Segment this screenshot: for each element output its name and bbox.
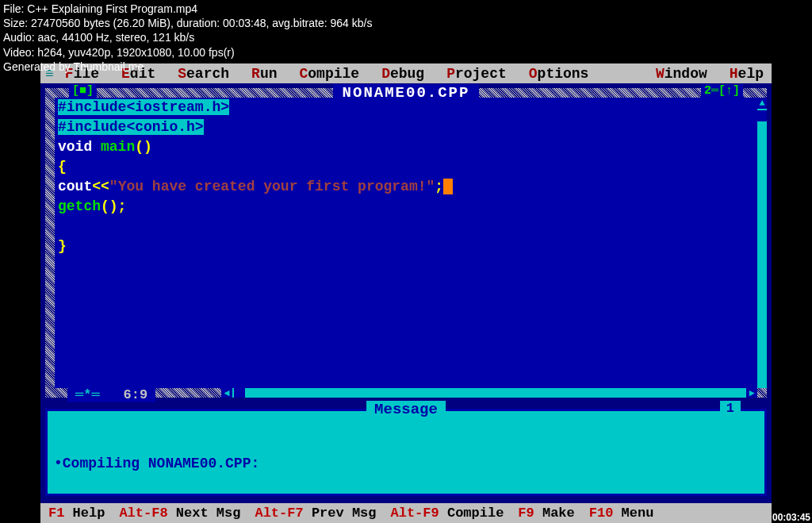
video-metadata-overlay: File: C++ Explaining First Program.mp4 S… (0, 0, 375, 75)
code-line-3: void main() (58, 137, 754, 157)
menu-project[interactable]: Project (446, 66, 507, 82)
status-f1-help[interactable]: F1 Help (48, 506, 105, 521)
code-line-6: getch(); (58, 197, 754, 217)
editor-window: [■] NONAME00.CPP 2═[↑] #include<iostream… (45, 88, 767, 398)
message-window-number: 1 (720, 401, 741, 416)
status-f9-make[interactable]: F9 Make (518, 506, 574, 521)
scroll-right-arrow-icon[interactable]: ► (746, 388, 757, 398)
status-altf7-prevmsg[interactable]: Alt-F7 Prev Msg (255, 506, 376, 521)
cursor-position: 6:9 (124, 387, 148, 402)
overlay-generator: Generated by Thumbnail me (3, 60, 372, 74)
modified-marker: ═*═ (75, 387, 100, 402)
video-timestamp: 00:03:45 (772, 512, 810, 523)
vscroll-thumb[interactable] (757, 110, 767, 121)
overlay-file: File: C++ Explaining First Program.mp4 (3, 2, 372, 16)
code-include-2: #include<conio.h> (58, 119, 204, 135)
hscroll-thumb[interactable] (234, 388, 245, 398)
overlay-video: Video: h264, yuv420p, 1920x1080, 10.00 f… (3, 45, 372, 60)
status-altf8-nextmsg[interactable]: Alt-F8 Next Msg (119, 506, 240, 521)
text-cursor (443, 179, 453, 194)
scroll-left-arrow-icon[interactable]: ◄ (221, 388, 232, 398)
status-f10-menu[interactable]: F10 Menu (589, 506, 654, 521)
vertical-scrollbar[interactable]: ▲ (757, 98, 767, 388)
menu-options[interactable]: Options (529, 66, 589, 82)
horizontal-scrollbar[interactable]: ◄ ► (221, 388, 757, 398)
menu-window[interactable]: Window (656, 66, 707, 82)
code-line-4: { (58, 157, 754, 177)
code-editor-area[interactable]: #include<iostream.h> #include<conio.h> v… (55, 98, 757, 388)
ide-window: ≡ File Edit Search Run Compile Debug Pro… (40, 63, 772, 523)
code-line-8: } (58, 237, 754, 256)
menu-help[interactable]: Help (730, 66, 764, 82)
scroll-up-arrow-icon[interactable]: ▲ (757, 98, 767, 109)
window-number-zoom-icon[interactable]: 2═[↑] (701, 84, 743, 98)
message-window-title: Message (366, 401, 446, 418)
code-include-1: #include<iostream.h> (58, 99, 229, 115)
editor-status-pos: ═*═ 6:9 (67, 387, 155, 402)
message-line-1: •Compiling NONAME00.CPP: (54, 454, 758, 473)
overlay-size: Size: 27470560 bytes (26.20 MiB), durati… (3, 16, 372, 30)
menu-debug[interactable]: Debug (381, 66, 424, 82)
status-bar: F1 Help Alt-F8 Next Msg Alt-F7 Prev Msg … (40, 503, 772, 523)
status-altf9-compile[interactable]: Alt-F9 Compile (391, 506, 504, 521)
code-line-5: cout<<"You have created your first progr… (58, 177, 754, 197)
overlay-audio: Audio: aac, 44100 Hz, stereo, 121 kb/s (3, 30, 372, 44)
message-window: Message 1 •Compiling NONAME00.CPP: Linki… (45, 409, 767, 496)
